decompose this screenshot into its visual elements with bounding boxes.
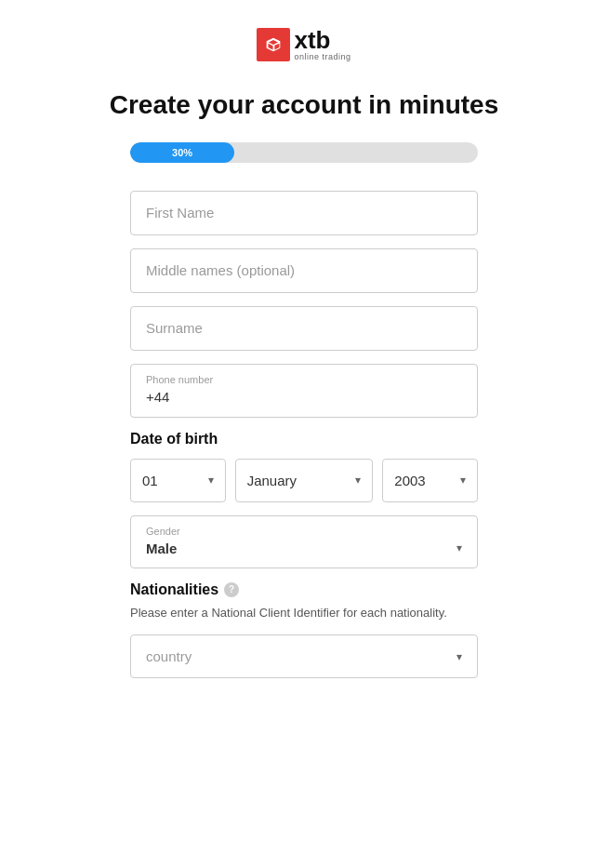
logo-brand: xtb: [294, 28, 330, 52]
page-container: xtb online trading Create your account i…: [0, 0, 608, 868]
middle-names-field[interactable]: [130, 248, 478, 293]
dob-year-select[interactable]: 2003 ▾: [382, 459, 478, 502]
nationalities-title: Nationalities: [130, 581, 218, 598]
gender-label: Gender: [146, 526, 462, 537]
surname-field[interactable]: [130, 306, 478, 351]
chevron-down-icon: ▾: [208, 474, 214, 487]
logo-text-area: xtb online trading: [294, 28, 350, 62]
form-area: Phone number +44 Date of birth 01 ▾ Janu…: [130, 191, 478, 679]
dob-section-label: Date of birth: [130, 431, 478, 447]
phone-value: +44: [146, 389, 169, 405]
info-icon[interactable]: ?: [224, 582, 239, 597]
country-select[interactable]: country ▾: [130, 634, 478, 678]
gender-value: Male: [146, 541, 177, 556]
country-placeholder: country: [146, 648, 192, 664]
phone-label: Phone number: [146, 374, 462, 385]
dob-month-value: January: [247, 473, 297, 488]
nationalities-header: Nationalities ?: [130, 581, 478, 598]
surname-input[interactable]: [146, 320, 462, 336]
chevron-down-icon: ▾: [456, 650, 462, 663]
gender-row: Male ▾: [146, 541, 462, 556]
date-row: 01 ▾ January ▾ 2003 ▾: [130, 459, 478, 502]
gender-field[interactable]: Gender Male ▾: [130, 515, 478, 568]
progress-bar-fill: 30%: [130, 142, 234, 163]
progress-label: 30%: [172, 147, 192, 158]
chevron-down-icon: ▾: [355, 474, 361, 487]
phone-field[interactable]: Phone number +44: [130, 364, 478, 418]
first-name-input[interactable]: [146, 205, 462, 220]
chevron-down-icon: ▾: [456, 541, 462, 554]
dob-day-value: 01: [142, 473, 158, 488]
progress-bar-container: 30%: [130, 142, 478, 163]
chevron-down-icon: ▾: [460, 474, 466, 487]
logo-area: xtb online trading: [257, 28, 350, 62]
page-title: Create your account in minutes: [37, 90, 571, 120]
logo-sub: online trading: [294, 52, 350, 62]
logo-icon: [257, 28, 290, 61]
dob-day-select[interactable]: 01 ▾: [130, 459, 226, 502]
dob-month-select[interactable]: January ▾: [235, 459, 374, 502]
first-name-field[interactable]: [130, 191, 478, 235]
dob-year-value: 2003: [394, 473, 425, 488]
middle-names-input[interactable]: [146, 262, 462, 278]
nationalities-desc: Please enter a National Client Identifie…: [130, 604, 478, 622]
